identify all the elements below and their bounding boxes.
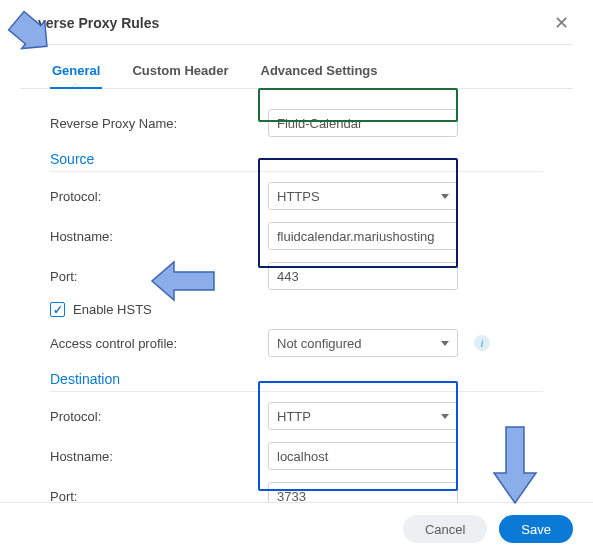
src-port-input[interactable] — [268, 262, 458, 290]
save-button[interactable]: Save — [499, 515, 573, 543]
acp-select[interactable]: Not configured — [268, 329, 458, 357]
enable-hsts-checkbox[interactable]: ✓ Enable HSTS — [50, 302, 152, 317]
tab-advanced-settings[interactable]: Advanced Settings — [259, 59, 380, 88]
src-protocol-label: Protocol: — [50, 189, 260, 204]
chevron-down-icon — [441, 414, 449, 419]
src-protocol-select[interactable]: HTTPS — [268, 182, 458, 210]
name-input[interactable] — [268, 109, 458, 137]
dst-hostname-label: Hostname: — [50, 449, 260, 464]
tab-custom-header[interactable]: Custom Header — [130, 59, 230, 88]
chevron-down-icon — [441, 341, 449, 346]
dst-protocol-label: Protocol: — [50, 409, 260, 424]
tabs: General Custom Header Advanced Settings — [20, 45, 573, 89]
dst-protocol-select[interactable]: HTTP — [268, 402, 458, 430]
chevron-down-icon — [441, 194, 449, 199]
enable-hsts-label: Enable HSTS — [73, 302, 152, 317]
src-hostname-input[interactable] — [268, 222, 458, 250]
close-icon[interactable]: ✕ — [550, 10, 573, 36]
acp-value: Not configured — [277, 336, 362, 351]
destination-section-title: Destination — [50, 363, 543, 392]
dst-protocol-value: HTTP — [277, 409, 311, 424]
acp-label: Access control profile: — [50, 336, 260, 351]
src-port-label: Port: — [50, 269, 260, 284]
cancel-button[interactable]: Cancel — [403, 515, 487, 543]
tab-general[interactable]: General — [50, 59, 102, 88]
src-hostname-label: Hostname: — [50, 229, 260, 244]
dst-hostname-input[interactable] — [268, 442, 458, 470]
info-icon[interactable]: i — [474, 335, 490, 351]
dialog-title: Reverse Proxy Rules — [20, 15, 159, 31]
src-protocol-value: HTTPS — [277, 189, 320, 204]
checkbox-checked-icon: ✓ — [50, 302, 65, 317]
source-section-title: Source — [50, 143, 543, 172]
name-label: Reverse Proxy Name: — [50, 116, 260, 131]
